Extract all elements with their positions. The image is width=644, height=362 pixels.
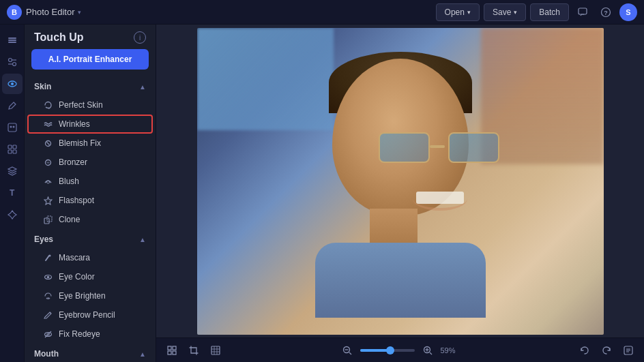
history-button[interactable] [619,342,637,359]
ai-portrait-btn[interactable]: A.I. Portrait Enhancer [31,49,149,70]
fix-redeye-icon [42,329,53,340]
redo-button[interactable] [598,342,615,359]
zoom-value-label: 59% [441,346,463,355]
eyes-menu-item-eyebrow-pencil[interactable]: Eyebrow Pencil [27,305,153,325]
svg-rect-39 [173,346,176,350]
save-button[interactable]: Save ▾ [484,3,526,21]
rail-filter-icon[interactable] [2,117,23,138]
svg-line-21 [46,142,49,145]
app-title-btn[interactable]: Photo Editor ▾ [26,7,81,17]
chat-icon-button[interactable] [573,3,592,22]
rail-text-icon[interactable]: T [2,183,23,203]
zoom-in-button[interactable] [419,342,437,359]
bottom-bar: 59% [156,337,644,362]
glasses-left [379,132,430,163]
mouth-chevron-icon: ▲ [139,350,146,358]
skin-menu-item-wrinkles[interactable]: Wrinkles [27,115,153,134]
eyes-chevron-icon: ▲ [139,236,146,243]
svg-rect-24 [44,218,49,224]
zoom-out-button[interactable] [338,342,356,359]
clone-icon [42,214,53,225]
svg-rect-41 [173,351,176,355]
rail-adjust-icon[interactable] [2,52,23,72]
eyes-section-header[interactable]: Eyes ▲ [25,229,156,248]
rail-layers2-icon[interactable] [2,161,23,181]
open-chevron-icon: ▾ [467,9,471,16]
eyes-menu-item-eye-brighten[interactable]: Eye Brighten [27,286,153,305]
eye-brighten-icon [42,290,53,301]
eyes-menu-item-fix-redeye[interactable]: Fix Redeye [27,325,153,344]
eye-color-icon [42,271,53,282]
panel-title: Touch Up [34,31,84,44]
svg-rect-17 [8,150,12,153]
rail-layers-icon[interactable] [2,30,23,50]
mouth-section-header[interactable]: Mouth ▲ [25,344,156,362]
photo-background [197,28,604,335]
rail-effects-icon[interactable] [2,205,23,225]
skin-menu-item-bronzer[interactable]: Bronzer [27,153,153,172]
blush-icon [42,176,53,187]
open-button[interactable]: Open ▾ [436,3,480,21]
eyes-menu-item-mascara[interactable]: Mascara [27,248,153,267]
svg-point-6 [8,59,12,62]
zoom-slider-thumb[interactable] [386,346,394,355]
skin-menu-item-flashspot[interactable]: Flashspot [27,191,153,210]
svg-point-7 [12,63,16,66]
person-silhouette [291,38,510,325]
side-panel: Touch Up i A.I. Portrait Enhancer Skin ▲… [25,25,156,362]
body [315,243,486,318]
svg-rect-4 [8,40,16,41]
glasses-right [448,132,499,163]
user-avatar[interactable]: S [619,3,637,21]
svg-rect-42 [211,346,220,355]
canvas-viewport[interactable] [156,25,644,337]
bottom-right-tools [576,342,637,359]
title-chevron-icon: ▾ [78,9,81,16]
photo-canvas [197,28,604,335]
svg-rect-40 [168,351,171,355]
wrinkles-icon [42,119,53,130]
svg-point-14 [12,126,14,128]
glasses-bridge [430,145,445,148]
panel-info-button[interactable]: i [134,31,146,44]
help-icon-button[interactable]: ? [596,3,615,22]
skin-menu-item-blush[interactable]: Blush [27,172,153,191]
undo-button[interactable] [576,342,594,359]
icon-rail: T [0,25,25,362]
svg-point-28 [46,275,49,278]
svg-line-48 [349,352,351,355]
eyes-menu-item-eye-color[interactable]: Eye Color [27,267,153,286]
topbar: B Photo Editor ▾ Open ▾ Save ▾ Batch ? S [0,0,644,25]
svg-point-13 [10,126,12,128]
svg-text:T: T [10,188,15,198]
grid-view-button[interactable] [207,342,224,359]
skin-menu-item-perfect-skin[interactable]: Perfect Skin [27,95,153,115]
rail-brush-icon[interactable] [2,95,23,116]
rail-eye-icon[interactable] [2,74,23,94]
bottom-left-tools [163,342,224,359]
panel-scroll: Skin ▲ Perfect Skin Wrinkles Blemish Fi [25,76,156,362]
fit-view-button[interactable] [163,342,181,359]
app-logo: B [7,5,22,20]
bottom-center-zoom: 59% [224,342,576,359]
skin-menu-item-blemish-fix[interactable]: Blemish Fix [27,134,153,153]
zoom-slider[interactable] [360,349,415,352]
svg-rect-38 [168,346,171,350]
svg-rect-12 [8,123,16,132]
svg-rect-0 [579,8,587,14]
perfect-skin-icon [42,100,53,110]
skin-menu-item-clone[interactable]: Clone [27,210,153,229]
svg-line-31 [48,298,50,299]
teeth [416,192,464,204]
batch-button[interactable]: Batch [530,3,569,21]
skin-section-header[interactable]: Skin ▲ [25,76,156,95]
crop-button[interactable] [185,342,203,359]
svg-rect-16 [13,145,16,149]
zoom-slider-container[interactable] [360,349,415,352]
svg-rect-3 [8,37,16,39]
flashspot-icon [42,195,53,206]
rail-grid-icon[interactable] [2,139,23,160]
svg-line-51 [430,352,432,355]
panel-header: Touch Up i [25,25,156,49]
svg-point-11 [11,82,14,85]
